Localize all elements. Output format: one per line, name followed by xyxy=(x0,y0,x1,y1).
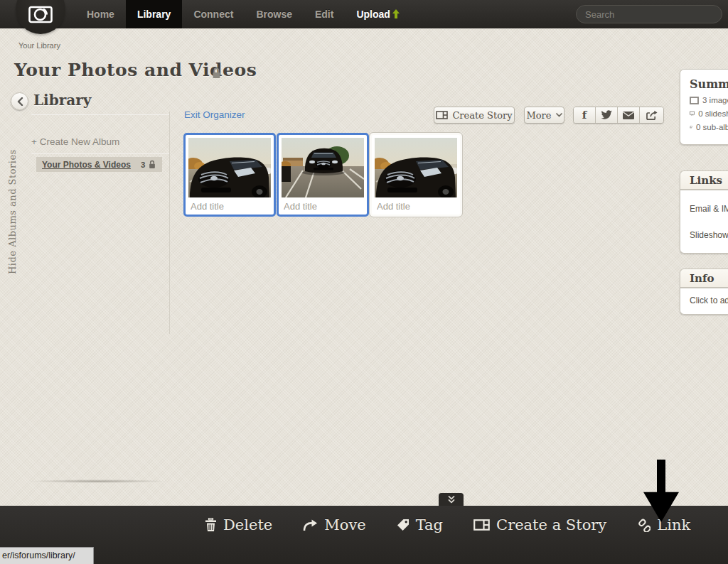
more-dropdown-button[interactable]: More xyxy=(524,107,564,124)
delete-button[interactable]: Delete xyxy=(205,516,272,533)
nav-item-home[interactable]: Home xyxy=(75,0,126,28)
summary-slideshows-count: 0 slideshows xyxy=(690,109,728,118)
photo-title-input[interactable] xyxy=(282,197,364,215)
footer-actions: Delete Move Tag Create a Story xyxy=(205,516,690,533)
twitter-icon xyxy=(601,110,612,120)
create-story-button[interactable]: Create Story xyxy=(434,107,515,124)
links-panel-body: Email & IM Slideshow xyxy=(680,190,728,254)
share-button-group: f xyxy=(573,107,664,124)
story-icon xyxy=(436,111,448,119)
photobucket-camera-icon xyxy=(28,4,53,23)
info-panel-body[interactable]: Click to add xyxy=(680,288,728,315)
album-count: 3 xyxy=(141,161,145,169)
slideshow-link[interactable]: Slideshow xyxy=(690,230,728,240)
photo-black-suv-closeup xyxy=(188,138,271,197)
sidebar-divider xyxy=(31,153,169,154)
selection-action-bar xyxy=(0,506,728,564)
twitter-share-button[interactable] xyxy=(596,107,618,123)
email-icon xyxy=(623,112,634,119)
tag-button[interactable]: Tag xyxy=(397,516,443,533)
photo-black-suv-parking-lot xyxy=(282,138,364,197)
create-a-story-button[interactable]: Create a Story xyxy=(473,516,606,533)
photo-thumbnail-2[interactable] xyxy=(277,133,369,217)
link-button[interactable]: Link xyxy=(637,516,690,533)
create-new-album-button[interactable]: + Create New Album xyxy=(31,136,119,147)
facebook-icon: f xyxy=(582,109,587,121)
breadcrumb[interactable]: Your Library xyxy=(18,41,60,50)
email-im-link[interactable]: Email & IM xyxy=(690,204,728,214)
summary-title: Summary xyxy=(690,77,728,91)
summary-images-count: 3 images xyxy=(690,96,728,104)
more-share-button[interactable] xyxy=(640,107,663,123)
info-panel-header[interactable]: Info xyxy=(680,269,728,288)
links-panel-header[interactable]: Links xyxy=(680,170,728,190)
nav-item-connect[interactable]: Connect xyxy=(182,0,245,28)
photo-black-suv-closeup xyxy=(375,138,457,197)
green-up-arrow-icon xyxy=(392,9,400,19)
search-box xyxy=(576,5,722,23)
logo-badge[interactable] xyxy=(16,0,65,34)
summary-panel: Summary 3 images 0 slideshows 0 sub-albu… xyxy=(680,69,728,145)
create-story-label: Create Story xyxy=(452,110,512,121)
album-label: Your Photos & Videos xyxy=(42,160,131,170)
photobucket-library-screen: Home Library Connect Browse Edit Upload … xyxy=(0,0,728,564)
main-nav: Home Library Connect Browse Edit Upload xyxy=(75,0,411,28)
photo-title-input[interactable] xyxy=(375,197,457,215)
photo-title-input[interactable] xyxy=(188,197,271,215)
image-icon xyxy=(690,97,699,104)
email-share-button[interactable] xyxy=(618,107,640,123)
slideshow-icon xyxy=(690,109,695,118)
nav-item-browse[interactable]: Browse xyxy=(245,0,304,28)
hide-albums-and-stories-toggle[interactable]: Hide Albums and Stories xyxy=(7,138,18,274)
status-url-tooltip: er/isforums/library/ xyxy=(0,547,94,564)
sidebar-heading: Library xyxy=(33,92,91,109)
double-chevron-down-icon xyxy=(446,495,456,504)
photo-thumbnail-3[interactable] xyxy=(370,133,462,217)
tag-icon xyxy=(397,519,410,531)
chevron-down-icon xyxy=(556,113,562,117)
sidebar-item-your-photos-and-videos[interactable]: Your Photos & Videos 3 xyxy=(36,157,162,172)
sub-album-icon xyxy=(690,123,692,131)
nav-item-edit[interactable]: Edit xyxy=(304,0,345,28)
link-chain-icon xyxy=(637,519,651,532)
chevron-left-icon xyxy=(16,97,23,106)
nav-item-upload[interactable]: Upload xyxy=(345,0,410,28)
sidebar-divider xyxy=(31,114,169,115)
nav-item-library[interactable]: Library xyxy=(126,0,182,28)
exit-organizer-link[interactable]: Exit Organizer xyxy=(184,109,245,120)
nav-upload-label: Upload xyxy=(356,0,390,28)
trash-icon xyxy=(205,518,217,532)
share-icon xyxy=(646,110,658,121)
padlock-icon xyxy=(149,160,156,169)
story-icon xyxy=(473,519,490,531)
move-arrow-icon xyxy=(303,519,318,531)
facebook-share-button[interactable]: f xyxy=(574,107,596,123)
summary-subalbums-count: 0 sub-albums xyxy=(690,123,728,131)
padlock-icon xyxy=(212,67,221,79)
collapse-action-bar-button[interactable] xyxy=(439,493,464,506)
sidebar-bottom-shadow xyxy=(28,479,168,483)
sidebar-right-border xyxy=(169,112,170,334)
photo-thumbnail-1[interactable] xyxy=(183,133,276,217)
search-input[interactable] xyxy=(577,9,714,20)
more-label: More xyxy=(526,110,551,121)
collapse-sidebar-button[interactable] xyxy=(11,92,28,110)
move-button[interactable]: Move xyxy=(303,516,365,533)
